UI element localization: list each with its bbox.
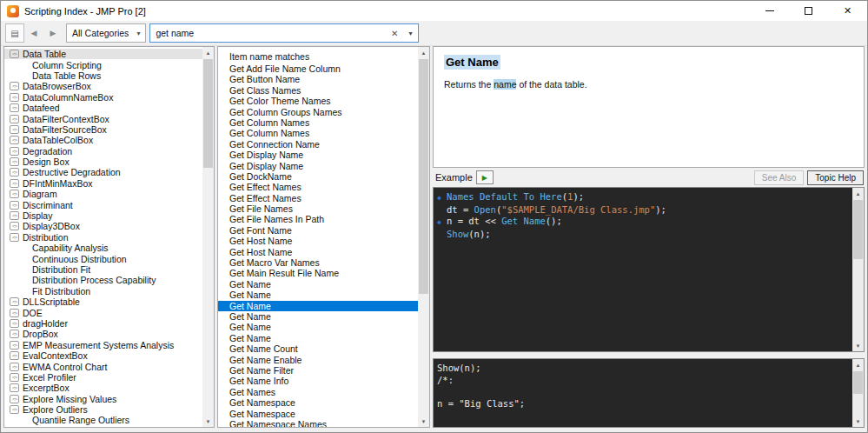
tree-item[interactable]: <>DataFilterSourceBox <box>4 124 202 135</box>
maximize-button[interactable] <box>789 1 828 21</box>
scroll-thumb[interactable] <box>203 59 213 168</box>
match-item[interactable]: Get Display Name <box>218 150 418 160</box>
tree-item[interactable]: <>Display <box>4 210 202 221</box>
match-item[interactable]: Get Font Name <box>218 225 418 236</box>
match-item[interactable]: Get Column Groups Names <box>218 107 418 117</box>
search-dropdown-button[interactable]: ▾ <box>404 30 414 37</box>
tree-item[interactable]: <>EMP Measurement Systems Analysis <box>4 340 202 350</box>
match-item[interactable]: Get Host Name <box>218 247 418 257</box>
scroll-thumb[interactable] <box>419 59 428 294</box>
code-editor[interactable]: ◆Names Default To Here(1);dt = Open("$SA… <box>434 188 852 351</box>
splitter[interactable] <box>433 352 865 358</box>
match-item[interactable]: Get Names <box>218 387 418 397</box>
match-item[interactable]: Get Name Info <box>218 376 418 386</box>
scroll-down-icon[interactable]: ▼ <box>852 340 864 351</box>
see-also-button[interactable]: See Also <box>754 170 804 185</box>
tree-item[interactable]: <>Discriminant <box>4 199 202 210</box>
tree-item[interactable]: <>DFIntMinMaxBox <box>4 178 202 189</box>
tree-item[interactable]: Continuous Distribution <box>4 253 202 263</box>
list-scrollbar[interactable]: ▲ ▼ <box>418 47 429 427</box>
tree-item[interactable]: Column Scripting <box>4 59 202 70</box>
tree-item[interactable]: <>DropBox <box>4 329 202 339</box>
forward-button[interactable]: ▶ <box>43 23 63 43</box>
match-item[interactable]: Get Name <box>218 301 418 311</box>
scroll-thumb[interactable] <box>853 371 863 394</box>
clear-search-button[interactable]: ✕ <box>385 29 404 38</box>
match-item[interactable]: Get Color Theme Names <box>218 96 418 106</box>
search-input[interactable] <box>156 28 385 38</box>
tree-item[interactable]: <>EWMA Control Chart <box>4 361 202 371</box>
close-button[interactable]: ✕ <box>828 1 867 21</box>
match-item[interactable]: Get Namespace <box>218 397 418 408</box>
match-item[interactable]: Get Add File Name Column <box>218 63 418 74</box>
back-button[interactable]: ◀ <box>24 23 43 43</box>
log-output[interactable]: Show(n);/*: n = "Big Class"; <box>434 359 852 427</box>
tree-item[interactable]: <>DataBrowserBox <box>4 81 202 91</box>
match-item[interactable]: Get Namespace Names <box>218 419 418 427</box>
tree-item[interactable]: <>dragHolder <box>4 318 202 329</box>
tree-item[interactable]: Quantile Range Outliers <box>4 415 202 425</box>
scroll-up-icon[interactable]: ▲ <box>418 47 429 58</box>
match-item[interactable]: Get Name <box>218 279 418 290</box>
match-item[interactable]: Get Namespace <box>218 409 418 419</box>
tree-item[interactable]: <>Explore Outliers <box>4 404 202 415</box>
match-item[interactable]: Get Name Enable <box>218 355 418 365</box>
tree-item[interactable]: Distribution Fit <box>4 264 202 275</box>
match-item[interactable]: Get Display Name <box>218 161 418 171</box>
tree-item[interactable]: <>ExcerptBox <box>4 383 202 393</box>
tree-item[interactable]: <>DataFilterContextBox <box>4 113 202 123</box>
tree-item[interactable]: Distribution Process Capability <box>4 275 202 285</box>
match-item[interactable]: Get Effect Names <box>218 182 418 192</box>
run-example-button[interactable]: ▶ <box>476 170 494 184</box>
match-item[interactable]: Get Connection Name <box>218 139 418 150</box>
log-scrollbar[interactable]: ▲ ▼ <box>852 359 864 427</box>
scroll-thumb[interactable] <box>853 200 863 259</box>
scroll-down-icon[interactable]: ▼ <box>202 416 214 427</box>
tree-item[interactable]: <>Data Table <box>4 49 202 59</box>
match-item[interactable]: Get Column Names <box>218 117 418 128</box>
topic-help-button[interactable]: Topic Help <box>807 170 864 185</box>
scroll-up-icon[interactable]: ▲ <box>852 188 864 199</box>
tree-item[interactable]: <>Display3DBox <box>4 221 202 231</box>
tree-item[interactable]: Fit Distribution <box>4 286 202 296</box>
tree-item[interactable]: <>DOE <box>4 307 202 317</box>
scroll-up-icon[interactable]: ▲ <box>852 359 864 370</box>
tree-item[interactable]: <>DLLScriptable <box>4 296 202 307</box>
match-item[interactable]: Get Host Name <box>218 236 418 246</box>
match-item[interactable]: Get Macro Var Names <box>218 257 418 268</box>
tree-item[interactable]: <>DataTableColBox <box>4 135 202 145</box>
minimize-button[interactable] <box>750 1 789 21</box>
tree-item[interactable]: <>Excel Profiler <box>4 372 202 383</box>
scroll-up-icon[interactable]: ▲ <box>202 47 214 58</box>
match-item[interactable]: Get Column Names <box>218 128 418 138</box>
tree-item[interactable]: <>Degradation <box>4 146 202 157</box>
tree-item[interactable]: <>EvalContextBox <box>4 350 202 361</box>
match-item[interactable]: Get Class Names <box>218 85 418 96</box>
match-item[interactable]: Get File Names <box>218 203 418 214</box>
code-scrollbar[interactable]: ▲ ▼ <box>852 188 864 351</box>
match-item[interactable]: Get Name <box>218 333 418 343</box>
match-item[interactable]: Get Name <box>218 311 418 322</box>
match-item[interactable]: Get Name Filter <box>218 365 418 376</box>
tree-item[interactable]: Data Table Rows <box>4 70 202 81</box>
tree-item[interactable]: Capability Analysis <box>4 243 202 253</box>
panel-toggle-button[interactable]: ▤ <box>5 23 24 43</box>
tree-item[interactable]: <>Diagram <box>4 189 202 199</box>
tree-item[interactable]: <>Design Box <box>4 157 202 167</box>
tree-item[interactable]: <>DataColumnNameBox <box>4 92 202 103</box>
match-item[interactable]: Get Effect Names <box>218 193 418 203</box>
match-item[interactable]: Get DockName <box>218 171 418 182</box>
tree-item[interactable]: <>Explore Missing Values <box>4 394 202 404</box>
category-filter-dropdown[interactable]: All Categories ▾ <box>66 23 146 43</box>
match-item[interactable]: Get Name Count <box>218 343 418 354</box>
match-item[interactable]: Get Name <box>218 290 418 300</box>
scroll-down-icon[interactable]: ▼ <box>418 416 429 427</box>
scroll-down-icon[interactable]: ▼ <box>852 416 864 427</box>
match-item[interactable]: Get Main Result File Name <box>218 268 418 278</box>
tree-item[interactable]: <>Datafeed <box>4 103 202 113</box>
tree-item[interactable]: <>Distribution <box>4 232 202 243</box>
match-item[interactable]: Get Button Name <box>218 74 418 84</box>
tree-scrollbar[interactable]: ▲ ▼ <box>202 47 214 427</box>
tree-item[interactable]: <>Destructive Degradation <box>4 167 202 177</box>
match-item[interactable]: Get Name <box>218 322 418 332</box>
